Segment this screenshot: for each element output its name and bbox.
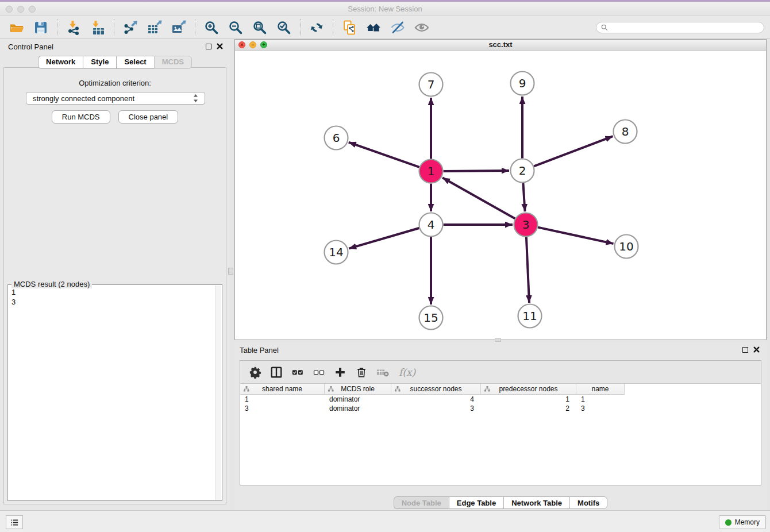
- eye-slash-button[interactable]: [388, 18, 407, 37]
- tab-node-table[interactable]: Node Table: [394, 496, 449, 509]
- graph-node-7[interactable]: 7: [419, 73, 443, 97]
- graph-node-8[interactable]: 8: [614, 120, 637, 144]
- zoom-out-icon: [228, 20, 243, 35]
- run-mcds-button[interactable]: Run MCDS: [52, 110, 110, 124]
- zoom-fit-button[interactable]: [251, 18, 269, 37]
- tab-style[interactable]: Style: [83, 56, 116, 69]
- duplicate-network-button[interactable]: [340, 18, 359, 37]
- tab-mcds[interactable]: MCDS: [154, 56, 192, 69]
- search-input[interactable]: [611, 23, 759, 32]
- cell-predecessor-nodes[interactable]: 2: [481, 404, 576, 413]
- cell-mcds-role[interactable]: dominator: [325, 395, 391, 403]
- edge-2-3[interactable]: [523, 183, 525, 212]
- graph-node-11[interactable]: 11: [518, 304, 542, 328]
- column-header-predecessor-nodes[interactable]: predecessor nodes: [481, 384, 576, 394]
- graph-node-15[interactable]: 15: [419, 306, 443, 330]
- column-header-shared-name[interactable]: shared name: [240, 384, 325, 394]
- graph-node-9[interactable]: 9: [511, 72, 534, 95]
- cell-mcds-role[interactable]: dominator: [325, 404, 391, 413]
- task-history-button[interactable]: [6, 515, 23, 529]
- network-window-titlebar[interactable]: ×−+ scc.txt: [235, 40, 766, 51]
- tab-motifs[interactable]: Motifs: [569, 496, 607, 509]
- memory-button[interactable]: Memory: [719, 515, 766, 529]
- close-panel-button[interactable]: Close panel: [118, 110, 179, 124]
- graph-node-1[interactable]: 1: [419, 160, 443, 183]
- mcds-result-list[interactable]: 13: [9, 286, 214, 499]
- svg-text:15: 15: [424, 311, 438, 325]
- cell-successor-nodes[interactable]: 3: [391, 404, 481, 413]
- application-window: Session: New Session Control Panel Netwo…: [0, 0, 770, 532]
- horizontal-splitter-grip[interactable]: [495, 338, 501, 342]
- graph-node-10[interactable]: 10: [615, 235, 638, 259]
- import-table-button[interactable]: [88, 18, 107, 37]
- edge-3-1[interactable]: [442, 178, 515, 218]
- settings-gear-button[interactable]: [249, 366, 270, 379]
- graph-node-2[interactable]: 2: [511, 159, 534, 183]
- close-view-button[interactable]: ×: [238, 41, 245, 48]
- cell-name[interactable]: 3: [576, 404, 625, 413]
- network-graph[interactable]: 7968124314101511: [235, 51, 766, 340]
- export-image-button[interactable]: [170, 18, 188, 37]
- duplicate-network-icon: [342, 20, 357, 35]
- select-stepper-icon: [193, 94, 198, 103]
- delete-table-button[interactable]: [355, 366, 376, 379]
- tab-select[interactable]: Select: [116, 56, 153, 69]
- cell-shared-name[interactable]: 3: [240, 404, 325, 413]
- optimization-criterion-label: Optimization criterion:: [4, 79, 226, 87]
- tab-network[interactable]: Network: [38, 56, 83, 69]
- result-scrollbar[interactable]: [215, 286, 221, 500]
- save-floppy-button[interactable]: [32, 18, 50, 37]
- cell-successor-nodes[interactable]: 4: [391, 395, 481, 403]
- cell-name[interactable]: 1: [576, 395, 625, 403]
- network-canvas[interactable]: 7968124314101511: [235, 51, 766, 340]
- float-panel-icon[interactable]: [206, 44, 211, 49]
- graph-node-4[interactable]: 4: [419, 213, 443, 237]
- graph-node-14[interactable]: 14: [325, 241, 348, 264]
- search-box[interactable]: [596, 22, 764, 33]
- toolbar-separator: [300, 19, 301, 36]
- close-panel-icon[interactable]: [217, 43, 223, 49]
- table-row[interactable]: 3dominator323: [240, 404, 761, 413]
- export-image-icon: [171, 20, 186, 35]
- add-column-button[interactable]: [334, 366, 355, 379]
- edge-1-2[interactable]: [444, 171, 510, 171]
- edge-3-11[interactable]: [526, 237, 529, 303]
- eye-button[interactable]: [413, 18, 431, 37]
- tab-network-table[interactable]: Network Table: [503, 496, 569, 509]
- edge-3-10[interactable]: [538, 228, 614, 244]
- close-table-panel-icon[interactable]: [753, 346, 760, 353]
- column-header-mcds-role[interactable]: MCDS role: [325, 384, 391, 394]
- criterion-select[interactable]: strongly connected component: [26, 92, 205, 105]
- edge-4-14[interactable]: [349, 228, 419, 249]
- select-all-checkboxes-button[interactable]: [291, 366, 313, 379]
- zoom-out-button[interactable]: [226, 18, 245, 37]
- result-line: 1: [11, 287, 211, 297]
- import-network-button[interactable]: [64, 18, 83, 37]
- graph-node-6[interactable]: 6: [325, 126, 348, 150]
- zoom-selected-button[interactable]: [275, 18, 293, 37]
- export-table-button[interactable]: [145, 18, 164, 37]
- split-columns-button[interactable]: [270, 366, 291, 379]
- vertical-splitter-grip[interactable]: [228, 268, 233, 275]
- edge-1-6[interactable]: [349, 142, 419, 167]
- zoom-view-button[interactable]: +: [260, 41, 267, 48]
- zoom-in-button[interactable]: [202, 18, 221, 37]
- tab-edge-table[interactable]: Edge Table: [449, 496, 503, 509]
- cell-shared-name[interactable]: 1: [240, 395, 325, 403]
- houses-button[interactable]: [364, 18, 383, 37]
- column-header-name[interactable]: name: [576, 384, 625, 394]
- float-table-panel-icon[interactable]: [742, 347, 748, 353]
- export-network-button[interactable]: [121, 18, 140, 37]
- table-row[interactable]: 1dominator411: [240, 395, 761, 404]
- minimize-view-button[interactable]: −: [249, 41, 256, 48]
- open-folder-button[interactable]: [7, 18, 26, 37]
- function-builder-button[interactable]: f(x): [399, 367, 415, 378]
- edge-2-8[interactable]: [534, 136, 613, 166]
- deselect-all-checkboxes-button[interactable]: [313, 366, 334, 379]
- column-header-successor-nodes[interactable]: successor nodes: [391, 384, 481, 394]
- refresh-button[interactable]: [307, 18, 326, 37]
- delete-column-button[interactable]: [376, 366, 398, 379]
- cell-predecessor-nodes[interactable]: 1: [481, 395, 576, 403]
- list-icon: [10, 518, 20, 527]
- graph-node-3[interactable]: 3: [514, 213, 538, 237]
